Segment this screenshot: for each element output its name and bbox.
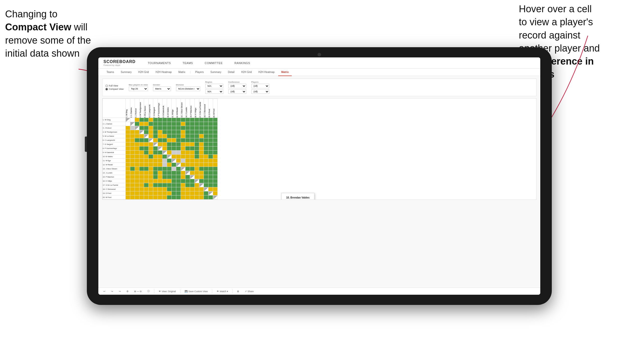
cell-4-10[interactable] <box>167 130 172 134</box>
cell-8-10[interactable] <box>167 146 172 151</box>
cell-18-4[interactable] <box>139 187 144 191</box>
cell-20-8[interactable] <box>158 195 162 200</box>
cell-15-7[interactable] <box>153 175 158 179</box>
cell-16-17[interactable] <box>199 179 204 183</box>
cell-18-7[interactable] <box>153 187 158 191</box>
cell-9-3[interactable] <box>135 151 139 155</box>
cell-3-19[interactable] <box>208 126 213 130</box>
cell-2-16[interactable] <box>195 122 199 126</box>
cell-14-12[interactable] <box>176 171 181 175</box>
cell-17-20[interactable] <box>213 183 218 187</box>
cell-20-4[interactable] <box>139 195 144 200</box>
cell-16-4[interactable] <box>139 179 144 183</box>
cell-18-2[interactable] <box>130 187 135 191</box>
cell-14-11[interactable] <box>172 171 176 175</box>
cell-1-1[interactable] <box>126 118 130 122</box>
cell-11-15[interactable] <box>190 159 195 163</box>
cell-1-3[interactable] <box>135 118 139 122</box>
cell-19-9[interactable] <box>162 191 167 195</box>
cell-2-15[interactable] <box>190 122 195 126</box>
cell-11-5[interactable] <box>144 159 149 163</box>
cell-3-8[interactable] <box>158 126 162 130</box>
cell-15-19[interactable] <box>208 175 213 179</box>
cell-7-1[interactable] <box>126 142 130 146</box>
cell-17-6[interactable] <box>149 183 153 187</box>
cell-13-16[interactable] <box>195 167 199 171</box>
cell-3-13[interactable] <box>181 126 185 130</box>
cell-17-15[interactable] <box>190 183 195 187</box>
cell-13-8[interactable] <box>158 167 162 171</box>
cell-8-20[interactable] <box>213 146 218 151</box>
cell-6-5[interactable] <box>144 138 149 142</box>
cell-18-16[interactable] <box>195 187 199 191</box>
cell-3-1[interactable] <box>126 126 130 130</box>
tab-detail[interactable]: Detail <box>225 69 238 76</box>
cell-11-17[interactable] <box>199 159 204 163</box>
cell-17-10[interactable] <box>167 183 172 187</box>
cell-20-18[interactable] <box>204 195 208 200</box>
cell-11-7[interactable] <box>153 159 158 163</box>
cell-11-1[interactable] <box>126 159 130 163</box>
cell-17-12[interactable] <box>176 183 181 187</box>
cell-11-18[interactable] <box>204 159 208 163</box>
cell-2-9[interactable] <box>162 122 167 126</box>
cell-11-14[interactable] <box>185 159 190 163</box>
cell-8-13[interactable] <box>181 146 185 151</box>
cell-7-16[interactable] <box>195 142 199 146</box>
filter-region-select[interactable]: N/A <box>205 84 223 88</box>
cell-2-11[interactable] <box>172 122 176 126</box>
cell-12-9[interactable] <box>162 163 167 167</box>
tab-summary1[interactable]: Summary <box>118 69 135 76</box>
cell-5-9[interactable] <box>162 134 167 138</box>
cell-15-1[interactable] <box>126 175 130 179</box>
cell-7-10[interactable] <box>167 142 172 146</box>
cell-4-17[interactable] <box>199 130 204 134</box>
cell-1-20[interactable] <box>213 118 218 122</box>
info-button[interactable]: ⓘ <box>146 289 151 293</box>
cell-1-8[interactable] <box>158 118 162 122</box>
cell-9-6[interactable] <box>149 151 153 155</box>
cell-7-9[interactable] <box>162 142 167 146</box>
cell-14-19[interactable] <box>208 171 213 175</box>
cell-12-6[interactable] <box>149 163 153 167</box>
cell-3-5[interactable] <box>144 126 149 130</box>
cell-16-1[interactable] <box>126 179 130 183</box>
cell-6-2[interactable] <box>130 138 135 142</box>
cell-2-14[interactable] <box>185 122 190 126</box>
cell-18-5[interactable] <box>144 187 149 191</box>
cell-5-15[interactable] <box>190 134 195 138</box>
cell-9-15[interactable] <box>190 151 195 155</box>
cell-11-9[interactable] <box>162 159 167 163</box>
cell-4-6[interactable] <box>149 130 153 134</box>
cell-1-18[interactable] <box>204 118 208 122</box>
cell-12-11[interactable] <box>172 163 176 167</box>
filter-conference-select2[interactable]: (All) <box>228 89 246 94</box>
cell-14-18[interactable] <box>204 171 208 175</box>
cell-3-10[interactable] <box>167 126 172 130</box>
cell-13-5[interactable] <box>144 167 149 171</box>
cell-16-9[interactable] <box>162 179 167 183</box>
cell-12-18[interactable] <box>204 163 208 167</box>
cell-12-19[interactable] <box>208 163 213 167</box>
cell-3-20[interactable] <box>213 126 218 130</box>
cell-10-16[interactable] <box>195 155 199 159</box>
settings-button[interactable]: ⚙ <box>125 290 130 293</box>
cell-13-7[interactable] <box>153 167 158 171</box>
cell-19-20[interactable] <box>213 191 218 195</box>
cell-14-3[interactable] <box>135 171 139 175</box>
cell-6-6[interactable] <box>149 138 153 142</box>
cell-12-3[interactable] <box>135 163 139 167</box>
cell-13-18[interactable] <box>204 167 208 171</box>
cell-1-5[interactable] <box>144 118 149 122</box>
cell-4-12[interactable] <box>176 130 181 134</box>
cell-10-3[interactable] <box>135 155 139 159</box>
cell-17-17[interactable] <box>199 183 204 187</box>
cell-16-19[interactable] <box>208 179 213 183</box>
cell-5-17[interactable] <box>199 134 204 138</box>
cell-4-13[interactable] <box>181 130 185 134</box>
cell-9-7[interactable] <box>153 151 158 155</box>
cell-11-11[interactable] <box>172 159 176 163</box>
cell-20-5[interactable] <box>144 195 149 200</box>
cell-18-19[interactable] <box>208 187 213 191</box>
cell-3-6[interactable] <box>149 126 153 130</box>
